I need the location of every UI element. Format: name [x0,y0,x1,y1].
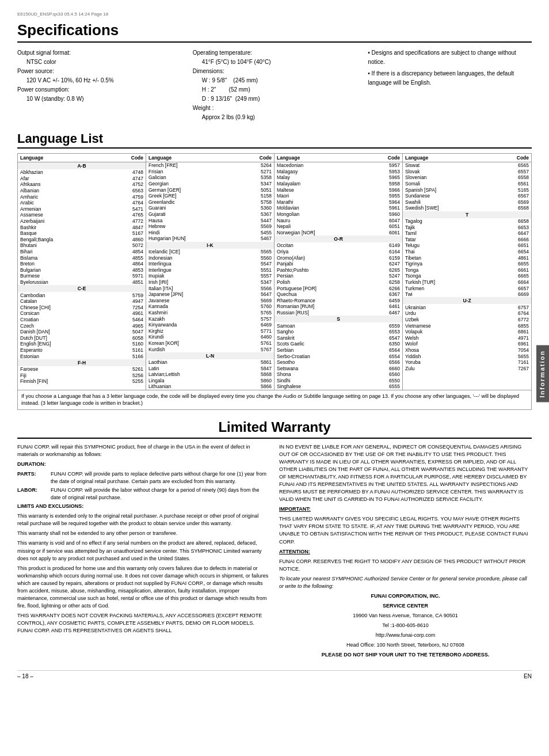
lang-row: Uzbek6772 [403,317,531,323]
lang-row: Slovenian6558 [403,174,531,181]
lang-row: Italian [ITA]5566 [146,285,274,291]
lang-row: Arabic4764 [18,200,146,206]
lang-row: Malay5965 [274,174,402,181]
lang-row: Hebrew5569 [146,223,274,230]
lang-row: Georgian5347 [146,181,274,187]
lang-row: Bhutani5072 [18,242,146,249]
lang-row: Irish [IRI]5347 [146,279,274,286]
specs-grid: Output signal format: NTSC color Power s… [17,48,532,122]
lang-row: Malagasy5953 [274,169,402,175]
lang-row: Indonesian5560 [146,254,274,261]
lang-row: Kinyarwanda6469 [146,322,274,328]
lang-row: Twi6669 [403,291,531,298]
lang-row: Tajik6653 [403,224,531,230]
lang-row: Turkish [TUR]6664 [403,279,531,286]
lang-col-3: LanguageCode Macedonian5957Malagasy5953M… [274,154,403,390]
info-sidebar-label: Information [536,345,549,402]
warranty-website: http://www.funai-corp.com [279,632,532,639]
specs-col2: Operating temperature: 41°F (5°C) to 104… [193,48,357,122]
lang-row: Panjabi6247 [274,261,402,267]
lang-row: Vietnamese6855 [403,322,531,329]
lang-row: Xhosa7054 [403,347,531,354]
lang-col4-header: LanguageCode [403,154,531,162]
warranty-locate: To locate your nearest SYMPHONIC Authori… [279,575,532,590]
lang-col3-items: Macedonian5957Malagasy5953Malay5965Malay… [274,162,402,390]
lang-row: Lingala5860 [146,378,274,384]
warranty-important-label: IMPORTANT: [279,506,532,513]
lang-section-header: I-K [146,242,274,249]
lang-row: Sindhi6550 [274,378,402,384]
footer-lang: EN [524,673,532,679]
warranty-grid: FUNAI CORP. will repair this SYMPHONIC p… [17,443,532,661]
lang-row: Rhaeto-Romance6459 [274,297,402,303]
lang-row: Tsonga6665 [403,273,531,279]
lang-row: Bihari4854 [18,249,146,255]
warranty-left-col: FUNAI CORP. will repair this SYMPHONIC p… [17,443,270,661]
lang-row: Latin5847 [146,365,274,371]
lang-row: Armenian5471 [18,206,146,212]
lang-section-header: F-H [18,359,146,366]
footer-page-num: – 18 – [17,673,33,679]
lang-row: Sanskrit6547 [274,335,402,341]
warranty-exclusion4: THIS WARRANTY DOES NOT COVER PACKING MAT… [17,612,270,635]
lang-row: Bislama4855 [18,254,146,261]
lang-col3-header: LanguageCode [274,154,402,162]
warranty-attention-label: ATTENTION: [279,548,532,556]
lang-row: Breton4864 [18,261,146,267]
lang-row: Oriya6164 [274,249,402,255]
lang-row: Danish [DAN]5047 [18,329,146,335]
warranty-service-center: SERVICE CENTER [279,602,532,610]
lang-col1-items: A-BAbkhazian4748Afar4747Afrikaans4752Alb… [18,162,146,385]
lang-row: Chinese [CHI]7254 [18,304,146,310]
lang-col2-items: French [FRE]5264Frisian5271Galician5358G… [146,162,274,390]
lang-row: German [GER]5051 [146,187,274,193]
lang-col-1: LanguageCode A-BAbkhazian4748Afar4747Afr… [18,154,146,390]
lang-row: Basque5167 [18,230,146,237]
lang-row: Setswana6660 [274,365,402,371]
lang-row: Kurdish5767 [146,346,274,352]
lang-row: Tigrinya6655 [403,261,531,267]
lang-row: Byelorussian4851 [18,279,146,286]
lang-row: Spanish [SPA]5165 [403,187,531,193]
warranty-title: Limited Warranty [17,419,532,439]
lang-row: Javanese5669 [146,297,274,303]
lang-row: Bulgarian4853 [18,267,146,273]
language-table: LanguageCode A-BAbkhazian4748Afar4747Afr… [17,153,532,390]
warranty-labor-row: LABOR: FUNAI CORP. will provide the labo… [17,487,270,502]
lang-row: Portuguese [POR]6266 [274,285,402,291]
lang-row: Albanian6563 [18,188,146,194]
lang-row: Kashmiri5765 [146,310,274,316]
lang-row: Quechua6367 [274,291,402,298]
lang-section-header: U-Z [403,297,531,304]
lang-row: Volapuk6861 [403,329,531,335]
lang-row: Persian5247 [274,273,402,279]
lang-row: Greenlandic5758 [146,199,274,206]
lang-row: Pashto;Pushto6265 [274,267,402,273]
lang-section-header: L-N [146,352,274,359]
lang-row: Serbo-Croatian6554 [274,353,402,359]
lang-row: Norwegian [NOR]6061 [274,230,402,236]
lang-row: Galician5358 [146,174,274,181]
lang-row: Japanese [JPN]5647 [146,291,274,298]
lang-row: Catalan4947 [18,298,146,305]
warranty-intro: FUNAI CORP. will repair this SYMPHONIC p… [17,443,270,458]
warranty-exclusion3: This product is produced for home use an… [17,565,270,610]
lang-row: Interlingua5547 [146,261,274,267]
lang-row: Malayalam5958 [274,181,402,187]
lang-row: Slovak6557 [403,169,531,175]
lang-row: Moldavian5961 [274,205,402,211]
lang-row: Sundanese6567 [403,193,531,199]
warranty-right-col: IN NO EVENT BE LIABLE FOR ANY GENERAL, I… [279,443,532,661]
lang-row: Tagalog6658 [403,218,531,225]
lang-row: Assamese4765 [18,212,146,218]
lang-row: Dutch [DUT]6058 [18,335,146,341]
lang-row: Thai6654 [403,249,531,255]
lang-col4-items: Siswat6565Slovak6557Slovenian6558Somali6… [403,162,531,371]
lang-row: Laothian5861 [146,359,274,366]
lang-row: Guarani5360 [146,205,274,211]
lang-row: Romanian [RUM]6461 [274,303,402,310]
lang-row: Estonian5166 [18,353,146,359]
lang-row: Tamil6647 [403,230,531,237]
lang-row: Kannada5760 [146,303,274,310]
lang-row: Lithuanian5866 [146,383,274,390]
